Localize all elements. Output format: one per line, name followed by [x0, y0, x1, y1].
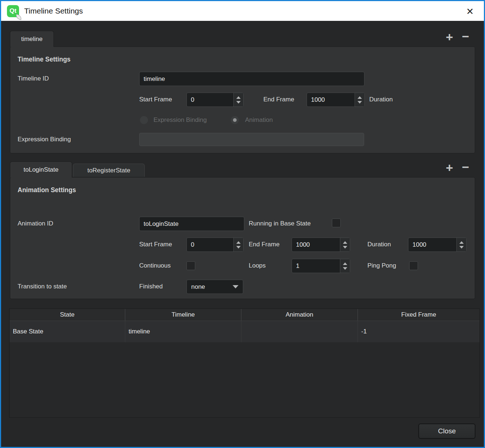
expression-binding-label: Expression Binding: [18, 135, 71, 143]
table-row[interactable]: Base State timeline -1: [10, 321, 480, 342]
end-frame-label: End Frame: [263, 96, 294, 104]
ping-pong-checkbox[interactable]: [409, 261, 418, 270]
animation-settings-heading: Animation Settings: [18, 186, 76, 194]
spin-down-icon[interactable]: [343, 267, 347, 270]
loops-spinbox[interactable]: 1: [292, 259, 350, 273]
anim-start-frame-value: 0: [187, 238, 233, 251]
transition-to-state-label: Transition to state: [18, 283, 67, 291]
tab-timeline-label: timeline: [21, 36, 43, 43]
header-timeline: Timeline: [125, 309, 241, 321]
animation-id-label: Animation ID: [18, 220, 53, 228]
window-title: Timeline Settings: [24, 7, 83, 15]
animation-id-value: toLoginState: [144, 220, 178, 228]
expression-binding-input: [139, 133, 364, 146]
close-button[interactable]: Close: [418, 423, 475, 439]
anim-end-frame-value: 1000: [292, 238, 340, 251]
spin-down-icon[interactable]: [236, 101, 241, 104]
anim-start-frame-label: Start Frame: [139, 240, 172, 249]
animation-radio: [231, 116, 239, 124]
states-table: State Timeline Animation Fixed Frame Bas…: [9, 309, 480, 418]
spin-up-icon[interactable]: [459, 241, 464, 244]
tab-tologinstate[interactable]: toLoginState: [10, 161, 72, 178]
spin-down-icon[interactable]: [459, 246, 464, 249]
plus-icon: +: [446, 161, 453, 174]
spin-up-icon[interactable]: [236, 96, 241, 99]
header-state: State: [10, 309, 125, 321]
ping-pong-label: Ping Pong: [367, 262, 396, 270]
loops-value: 1: [292, 259, 340, 273]
qt-leaf-icon: [15, 14, 22, 20]
timeline-settings-panel: Timeline Settings Timeline ID timeline S…: [10, 46, 475, 153]
timeline-id-label: Timeline ID: [18, 75, 49, 83]
expression-binding-radio-label: Expression Binding: [153, 116, 207, 124]
start-frame-spin-buttons[interactable]: [233, 93, 243, 107]
timeline-id-input[interactable]: timeline: [139, 72, 364, 86]
anim-end-frame-spin-buttons[interactable]: [340, 238, 350, 251]
qt-design-studio-logo: Qt: [7, 5, 19, 17]
animation-id-input[interactable]: toLoginState: [139, 217, 244, 231]
duration-label: Duration: [369, 96, 393, 104]
minus-icon: −: [462, 161, 469, 173]
start-frame-spinbox[interactable]: 0: [186, 93, 244, 107]
cell-animation: [241, 321, 358, 342]
finished-label: Finished: [139, 283, 163, 291]
anim-end-frame-spinbox[interactable]: 1000: [292, 238, 350, 252]
finished-dropdown-value: none: [191, 283, 233, 291]
start-frame-label: Start Frame: [139, 96, 172, 104]
start-frame-value: 0: [187, 93, 233, 107]
end-frame-spin-buttons[interactable]: [355, 93, 364, 107]
running-in-base-state-checkbox[interactable]: [332, 219, 341, 227]
cell-timeline: timeline: [125, 321, 241, 342]
cell-fixed-frame: -1: [358, 321, 480, 342]
spin-up-icon[interactable]: [343, 262, 347, 265]
anim-start-frame-spinbox[interactable]: 0: [186, 238, 244, 252]
anim-end-frame-label: End Frame: [249, 240, 279, 249]
timeline-id-value: timeline: [144, 75, 165, 83]
close-icon: ✕: [466, 6, 474, 17]
running-in-base-state-label: Running in Base State: [249, 220, 311, 228]
expression-binding-radio: [140, 116, 148, 124]
animation-add-button[interactable]: +: [444, 162, 455, 173]
timeline-remove-button[interactable]: −: [460, 31, 471, 42]
tab-timeline[interactable]: timeline: [10, 31, 54, 47]
spin-up-icon[interactable]: [358, 96, 362, 99]
continuous-label: Continuous: [139, 262, 171, 270]
animation-remove-button[interactable]: −: [460, 161, 471, 172]
spin-down-icon[interactable]: [358, 101, 362, 104]
close-button-label: Close: [438, 427, 456, 435]
spin-up-icon[interactable]: [236, 241, 241, 244]
anim-duration-spin-buttons[interactable]: [456, 238, 466, 251]
tab-tologinstate-label: toLoginState: [23, 166, 58, 173]
anim-duration-spinbox[interactable]: 1000: [408, 238, 467, 252]
cell-state: Base State: [10, 321, 125, 342]
header-fixed-frame: Fixed Frame: [358, 309, 480, 321]
tab-toregisterstate[interactable]: toRegisterState: [73, 164, 145, 177]
window-close-button[interactable]: ✕: [463, 5, 477, 18]
tab-toregisterstate-label: toRegisterState: [87, 167, 130, 174]
states-table-header: State Timeline Animation Fixed Frame: [10, 309, 480, 321]
end-frame-spinbox[interactable]: 1000: [307, 93, 365, 107]
animation-radio-label: Animation: [245, 116, 273, 124]
qt-logo-text: Qt: [10, 7, 16, 15]
continuous-checkbox[interactable]: [186, 261, 195, 270]
spin-down-icon[interactable]: [236, 246, 241, 249]
loops-spin-buttons[interactable]: [340, 259, 350, 273]
finished-dropdown[interactable]: none: [186, 280, 243, 294]
titlebar: Qt Timeline Settings ✕: [1, 1, 484, 21]
animation-settings-panel: Animation Settings Animation ID toLoginS…: [10, 177, 475, 299]
header-animation: Animation: [241, 309, 358, 321]
spin-up-icon[interactable]: [343, 241, 347, 244]
timeline-settings-dialog: Qt Timeline Settings ✕ timeline + − Time…: [0, 0, 485, 448]
timeline-settings-heading: Timeline Settings: [18, 56, 71, 63]
anim-duration-label: Duration: [367, 240, 391, 249]
plus-icon: +: [446, 31, 453, 43]
spin-down-icon[interactable]: [343, 246, 347, 249]
loops-label: Loops: [249, 262, 266, 270]
minus-icon: −: [462, 30, 469, 42]
end-frame-value: 1000: [307, 93, 355, 107]
anim-duration-value: 1000: [408, 238, 456, 251]
anim-start-frame-spin-buttons[interactable]: [233, 238, 243, 251]
timeline-add-button[interactable]: +: [444, 31, 455, 42]
chevron-down-icon: [233, 285, 238, 288]
